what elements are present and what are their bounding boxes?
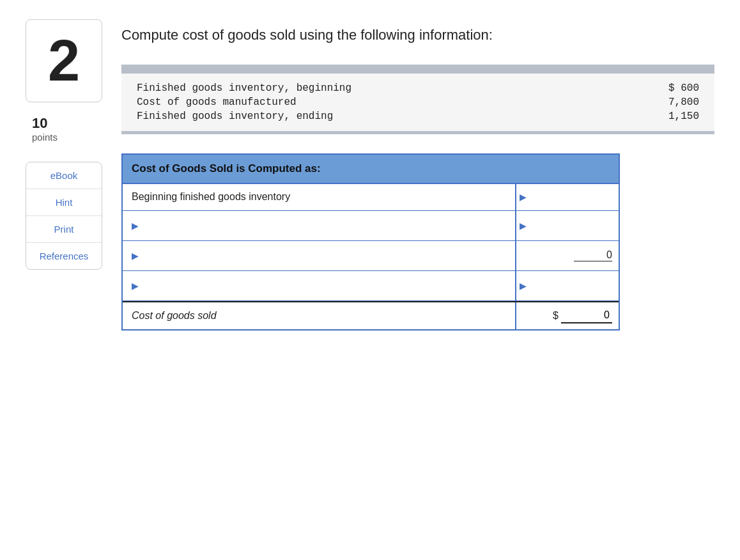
question-number-box: 2 [26, 19, 102, 102]
answer-label-input-3[interactable] [143, 277, 506, 294]
answer-row-label-0: Beginning finished goods inventory [123, 184, 516, 210]
answer-input-0[interactable] [529, 189, 612, 205]
info-label-2: Finished goods inventory, ending [137, 111, 648, 122]
main-container: 2 10 points eBook Hint Print References … [0, 0, 740, 350]
answer-input-3[interactable] [529, 277, 612, 294]
arrow-right-icon-3: ▶ [520, 281, 527, 291]
answer-row-0: Beginning finished goods inventory ▶ [123, 184, 619, 211]
info-label-0: Finished goods inventory, beginning [137, 82, 648, 94]
dollar-sign-icon: $ [553, 310, 559, 322]
info-row-2: Finished goods inventory, ending 1,150 [137, 111, 699, 122]
sidebar: 2 10 points eBook Hint Print References [26, 19, 102, 331]
label-arrow-icon-3: ▶ [132, 281, 139, 291]
points-value: 10 [32, 115, 102, 132]
answer-table: Cost of Goods Sold is Computed as: Begin… [121, 153, 620, 331]
nav-hint[interactable]: Hint [26, 189, 102, 216]
nav-box: eBook Hint Print References [26, 162, 102, 270]
info-value-2: 1,150 [648, 111, 699, 122]
answer-table-header: Cost of Goods Sold is Computed as: [123, 155, 619, 184]
arrow-right-icon-1: ▶ [520, 221, 527, 231]
label-arrow-icon-2: ▶ [132, 251, 139, 261]
nav-references[interactable]: References [26, 243, 102, 269]
row0-label-text: Beginning finished goods inventory [132, 191, 290, 203]
answer-row-label-3: ▶ [123, 271, 516, 300]
answer-row-3: ▶ ▶ [123, 271, 619, 301]
info-value-1: 7,800 [648, 97, 699, 108]
answer-input-1[interactable] [529, 217, 612, 234]
info-table-footer-bar [121, 131, 714, 134]
answer-final-row: Cost of goods sold $ [123, 301, 619, 329]
info-table: Finished goods inventory, beginning $ 60… [121, 65, 714, 134]
content-area: Compute cost of goods sold using the fol… [121, 19, 714, 331]
info-label-1: Cost of goods manufactured [137, 97, 648, 108]
nav-print[interactable]: Print [26, 216, 102, 243]
info-table-header-bar [121, 65, 714, 74]
question-number: 2 [48, 32, 80, 89]
answer-row-cell-3: ▶ [516, 271, 619, 300]
nav-ebook[interactable]: eBook [26, 162, 102, 189]
info-row-0: Finished goods inventory, beginning $ 60… [137, 82, 699, 94]
answer-value-2: 0 [574, 249, 612, 261]
points-label: points [32, 132, 102, 143]
points-section: 10 points [26, 115, 102, 143]
answer-final-cell: $ [516, 302, 619, 329]
final-value-input[interactable] [561, 308, 612, 323]
answer-label-input-1[interactable] [143, 217, 506, 234]
answer-row-1: ▶ ▶ [123, 211, 619, 241]
label-arrow-icon-1: ▶ [132, 221, 139, 231]
answer-row-cell-2: 0 [516, 241, 619, 270]
answer-label-input-2[interactable] [143, 247, 506, 264]
info-table-body: Finished goods inventory, beginning $ 60… [121, 74, 714, 131]
info-value-0: $ 600 [648, 82, 699, 94]
arrow-right-icon-0: ▶ [520, 192, 527, 202]
question-text: Compute cost of goods sold using the fol… [121, 26, 714, 45]
answer-final-label: Cost of goods sold [123, 302, 516, 329]
answer-row-cell-0: ▶ [516, 184, 619, 210]
answer-row-label-1: ▶ [123, 211, 516, 240]
answer-row-label-2: ▶ [123, 241, 516, 270]
info-row-1: Cost of goods manufactured 7,800 [137, 97, 699, 108]
answer-row-2: ▶ 0 [123, 241, 619, 271]
answer-row-cell-1: ▶ [516, 211, 619, 240]
